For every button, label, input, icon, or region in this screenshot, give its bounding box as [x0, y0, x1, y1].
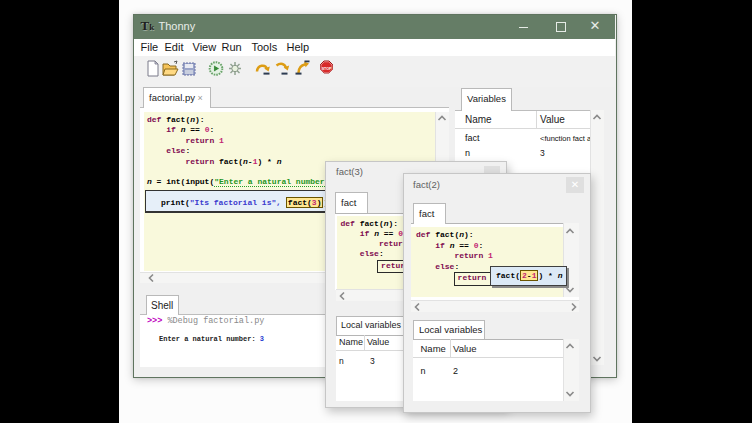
svg-text:STOP: STOP: [321, 66, 331, 70]
